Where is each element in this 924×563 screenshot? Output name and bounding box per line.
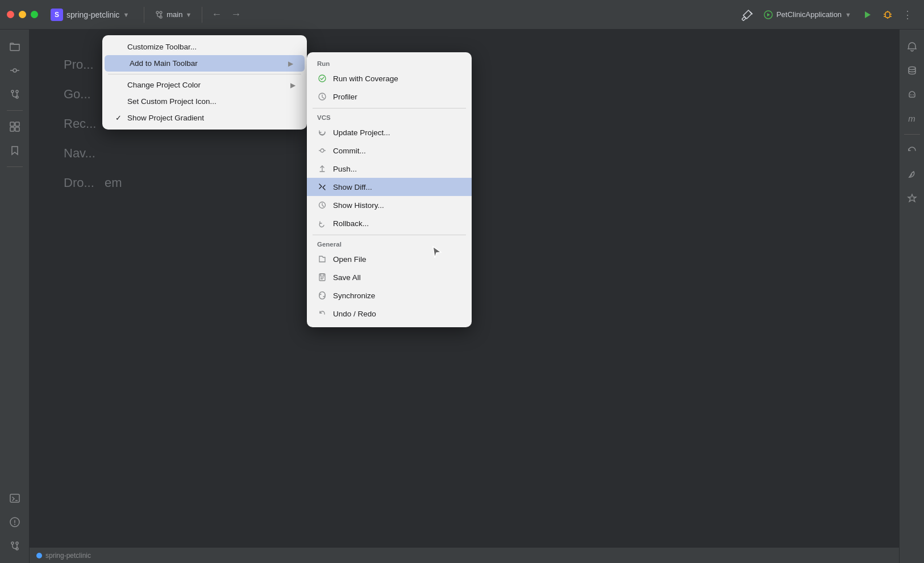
svg-rect-6	[742, 16, 746, 20]
svg-rect-8	[885, 12, 890, 18]
run-section-label: Run	[307, 57, 472, 69]
svg-point-43	[321, 149, 324, 152]
project-name: spring-petclinic	[66, 10, 119, 19]
svg-rect-25	[10, 127, 14, 131]
run-config-dropdown-icon: ▼	[845, 11, 851, 18]
traffic-lights	[7, 11, 38, 18]
sidebar-bottom	[5, 488, 25, 556]
menu-item-change-color[interactable]: Change Project Color ▶	[102, 77, 307, 93]
push-label: Push...	[333, 165, 357, 173]
menu-item-commit[interactable]: Commit...	[307, 141, 472, 160]
svg-point-37	[909, 67, 915, 70]
maximize-button[interactable]	[31, 11, 38, 18]
menu-item-update-project[interactable]: Update Project...	[307, 123, 472, 141]
debug-button[interactable]	[877, 7, 898, 23]
open-file-label: Open File	[333, 255, 367, 264]
undo-redo-label: Undo / Redo	[333, 310, 376, 318]
more-options-button[interactable]: ⋮	[898, 6, 917, 23]
sidebar-separator-2	[7, 166, 23, 167]
project-dropdown-icon: ▼	[123, 11, 129, 18]
synchronize-icon	[317, 290, 327, 301]
svg-point-41	[319, 75, 326, 82]
commit-icon	[317, 145, 327, 156]
build-button[interactable]	[736, 6, 758, 23]
menu-item-rollback[interactable]: Rollback...	[307, 214, 472, 232]
svg-point-15	[13, 69, 16, 72]
right-sidebar-refresh-icon[interactable]	[902, 140, 922, 161]
run-coverage-label: Run with Coverage	[333, 74, 398, 83]
update-project-label: Update Project...	[333, 128, 390, 137]
right-sidebar-leaf-icon[interactable]	[902, 164, 922, 185]
open-file-icon	[317, 254, 327, 264]
branch-name: main	[167, 10, 182, 19]
run-button[interactable]	[857, 7, 877, 23]
synchronize-label: Synchronize	[333, 291, 375, 300]
menu-item-synchronize[interactable]: Synchronize	[307, 286, 472, 305]
status-project-name: spring-petclinic	[45, 552, 91, 560]
run-config-selector[interactable]: PetClinicApplication ▼	[758, 8, 857, 22]
right-sidebar-m-icon[interactable]: m	[902, 108, 922, 128]
menu-item-custom-icon[interactable]: Set Custom Project Icon...	[102, 93, 307, 110]
context-menu-toolbar: Customize Toolbar... Add to Main Toolbar…	[102, 35, 307, 130]
run-config-name: PetClinicApplication	[776, 10, 842, 19]
push-icon	[317, 164, 327, 174]
save-all-label: Save All	[333, 273, 361, 282]
nav-back-button[interactable]: ←	[208, 6, 225, 23]
update-project-icon	[317, 127, 327, 137]
svg-point-20	[16, 90, 18, 93]
svg-point-32	[11, 542, 14, 544]
menu-item-show-history[interactable]: Show History...	[307, 196, 472, 214]
titlebar-divider-2	[202, 7, 202, 23]
right-sidebar-database-icon[interactable]	[902, 60, 922, 81]
menu-item-run-coverage[interactable]: Run with Coverage	[307, 69, 472, 87]
branch-selector[interactable]: main ▼	[150, 8, 196, 22]
nav-forward-button[interactable]: →	[227, 6, 244, 23]
show-diff-icon	[317, 182, 327, 192]
svg-rect-24	[15, 122, 19, 126]
svg-point-0	[156, 11, 159, 14]
add-main-toolbar-arrow: ▶	[288, 60, 293, 68]
sidebar-icon-warning[interactable]	[5, 512, 25, 532]
menu-item-save-all[interactable]: Save All	[307, 268, 472, 286]
project-selector[interactable]: S spring-petclinic ▼	[46, 6, 134, 23]
menu-item-add-main-toolbar[interactable]: Add to Main Toolbar ▶	[105, 55, 305, 72]
show-diff-label: Show Diff...	[333, 183, 372, 191]
svg-point-38	[910, 94, 911, 95]
add-main-toolbar-label: Add to Main Toolbar	[130, 59, 198, 68]
right-sidebar-sep	[904, 134, 920, 135]
svg-rect-23	[10, 122, 14, 126]
svg-rect-26	[15, 127, 19, 131]
change-color-arrow: ▶	[290, 81, 295, 89]
menu-item-open-file[interactable]: Open File	[307, 250, 472, 268]
menu-item-show-gradient[interactable]: ✓ Show Project Gradient	[102, 110, 307, 126]
show-gradient-label: Show Project Gradient	[127, 114, 204, 122]
menu-item-undo-redo[interactable]: Undo / Redo	[307, 305, 472, 323]
sidebar-icon-terminal[interactable]	[5, 488, 25, 508]
run-coverage-icon	[317, 73, 327, 84]
right-sidebar: m	[899, 30, 924, 563]
right-sidebar-star-icon[interactable]	[902, 188, 922, 208]
sidebar-icon-folder[interactable]	[5, 36, 25, 57]
sidebar-icon-apps[interactable]	[5, 116, 25, 137]
menu-item-push[interactable]: Push...	[307, 160, 472, 178]
close-button[interactable]	[7, 11, 14, 18]
general-section-label: General	[307, 237, 472, 250]
status-dot	[36, 553, 42, 558]
menu-item-show-diff[interactable]: Show Diff...	[307, 178, 472, 196]
menu-item-profiler[interactable]: Profiler	[307, 87, 472, 106]
rollback-icon	[317, 218, 327, 228]
sidebar-icon-branches[interactable]	[5, 84, 25, 105]
menu-item-customize-toolbar[interactable]: Customize Toolbar...	[102, 39, 307, 55]
sidebar-icon-bookmark[interactable]	[5, 140, 25, 161]
minimize-button[interactable]	[19, 11, 26, 18]
menu-separator-1	[108, 74, 301, 74]
sidebar-icon-commit[interactable]	[5, 60, 25, 81]
svg-point-2	[160, 11, 162, 14]
customize-toolbar-label: Customize Toolbar...	[127, 43, 197, 51]
commit-label: Commit...	[333, 147, 366, 155]
right-sidebar-ai-icon[interactable]	[902, 84, 922, 105]
change-color-label: Change Project Color	[127, 81, 201, 89]
sidebar-icon-git-bottom[interactable]	[5, 536, 25, 556]
right-sidebar-bell-icon[interactable]	[902, 36, 922, 57]
svg-point-34	[16, 542, 18, 544]
